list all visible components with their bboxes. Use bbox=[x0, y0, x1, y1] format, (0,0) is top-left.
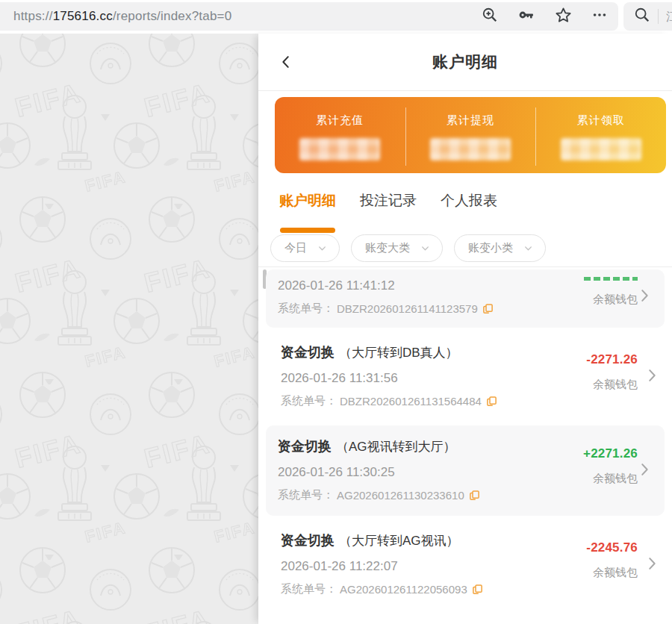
transaction-title: 资金切换（大厅转到DB真人） bbox=[281, 343, 556, 361]
transaction-amount: -2271.26 bbox=[586, 352, 638, 367]
transaction-type: 资金切换 bbox=[278, 439, 332, 454]
transaction-row[interactable]: 资金切换（大厅转到AG视讯） 2026-01-26 11:22:07 系统单号：… bbox=[258, 518, 672, 611]
wallet-type: 余额钱包 bbox=[593, 566, 638, 580]
transaction-row[interactable]: 2026-01-26 11:41:12 系统单号：DBZR20260126114… bbox=[266, 269, 665, 328]
password-key-icon[interactable] bbox=[517, 6, 535, 27]
filter-label: 今日 bbox=[284, 241, 307, 255]
copy-icon[interactable] bbox=[486, 396, 497, 407]
transaction-datetime: 2026-01-26 11:31:56 bbox=[281, 371, 556, 386]
summary-column: 累计提现 bbox=[405, 97, 536, 173]
tab-label: 账户明细 bbox=[279, 193, 336, 208]
wallet-type: 余额钱包 bbox=[593, 472, 638, 486]
blurred-amount bbox=[430, 138, 511, 160]
divider bbox=[658, 9, 659, 24]
filter-label: 账变大类 bbox=[365, 241, 410, 255]
transaction-detail: （AG视讯转到大厅） bbox=[336, 440, 456, 454]
transaction-detail: （大厅转到DB真人） bbox=[339, 346, 458, 360]
summary-card: 累计充值 累计提现 累计领取 bbox=[275, 97, 666, 173]
zoom-in-icon[interactable] bbox=[482, 7, 498, 26]
clipped-amount-remnant bbox=[584, 277, 638, 281]
wallet-type: 余额钱包 bbox=[593, 378, 638, 392]
transaction-datetime: 2026-01-26 11:30:25 bbox=[278, 465, 556, 480]
transaction-row[interactable]: 资金切换（大厅转到DB真人） 2026-01-26 11:31:56 系统单号：… bbox=[258, 330, 672, 423]
copy-icon[interactable] bbox=[482, 303, 494, 314]
tab[interactable]: 投注记录 bbox=[360, 191, 417, 233]
transaction-datetime: 2026-01-26 11:41:12 bbox=[278, 278, 556, 293]
filter-dropdown[interactable]: 今日 bbox=[270, 234, 340, 262]
summary-label: 累计领取 bbox=[577, 113, 625, 128]
find-hint-text: 江 bbox=[666, 10, 672, 24]
search-icon[interactable] bbox=[634, 7, 650, 26]
tab-label: 投注记录 bbox=[360, 193, 417, 208]
tab-label: 个人报表 bbox=[441, 193, 497, 208]
order-label: 系统单号： bbox=[281, 394, 337, 408]
summary-label: 累计充值 bbox=[316, 113, 364, 128]
transaction-list: 2026-01-26 11:41:12 系统单号：DBZR20260126114… bbox=[258, 266, 672, 611]
transaction-datetime: 2026-01-26 11:22:07 bbox=[281, 559, 556, 574]
order-number: AG202601261122056093 bbox=[340, 583, 467, 596]
report-tabs: 账户明细 投注记录 个人报表 bbox=[258, 173, 672, 233]
chevron-down-icon bbox=[523, 243, 533, 253]
active-tab-underline bbox=[280, 228, 335, 233]
copy-icon[interactable] bbox=[469, 490, 480, 501]
chevron-right-icon[interactable] bbox=[644, 554, 660, 576]
url-text[interactable]: https://175616.cc/reports/index?tab=0 bbox=[13, 9, 231, 24]
wallet-type: 余额钱包 bbox=[593, 293, 638, 307]
order-line: 系统单号：DBZR202601261141123579 bbox=[278, 302, 556, 316]
bookmark-star-icon[interactable] bbox=[555, 7, 572, 27]
chevron-down-icon bbox=[420, 243, 430, 253]
tab[interactable]: 个人报表 bbox=[441, 191, 497, 233]
order-line: 系统单号：DBZR202601261131564484 bbox=[281, 394, 556, 408]
transaction-amount: -2245.76 bbox=[586, 540, 638, 555]
order-label: 系统单号： bbox=[278, 488, 334, 502]
order-line: 系统单号：AG202601261122056093 bbox=[281, 582, 556, 596]
chevron-right-icon[interactable] bbox=[636, 460, 653, 482]
order-number: DBZR202601261131564484 bbox=[340, 395, 482, 408]
summary-label: 累计提现 bbox=[447, 113, 494, 128]
page-header: 账户明细 bbox=[258, 34, 672, 91]
order-label: 系统单号： bbox=[281, 582, 337, 596]
transaction-type: 资金切换 bbox=[281, 533, 335, 548]
order-line: 系统单号：AG202601261130233610 bbox=[278, 488, 556, 502]
filter-dropdown[interactable]: 账变小类 bbox=[454, 234, 546, 262]
filter-row: 今日 账变大类 账变小类 bbox=[258, 233, 672, 263]
tab[interactable]: 账户明细 bbox=[279, 191, 336, 233]
summary-column: 累计充值 bbox=[275, 97, 405, 173]
order-label: 系统单号： bbox=[278, 302, 334, 316]
transaction-title: 资金切换（AG视讯转到大厅） bbox=[278, 437, 556, 455]
blurred-amount bbox=[299, 138, 380, 160]
browser-topbar: https://175616.cc/reports/index?tab=0 江 bbox=[0, 0, 672, 34]
transaction-detail: （大厅转到AG视讯） bbox=[339, 534, 459, 548]
order-number: AG202601261130233610 bbox=[337, 489, 464, 502]
chevron-right-icon[interactable] bbox=[644, 366, 660, 388]
copy-icon[interactable] bbox=[472, 584, 483, 595]
transaction-amount: +2271.26 bbox=[583, 446, 638, 461]
chevron-down-icon bbox=[317, 243, 327, 253]
filter-label: 账变小类 bbox=[468, 241, 513, 255]
transaction-row[interactable]: 资金切换（AG视讯转到大厅） 2026-01-26 11:30:25 系统单号：… bbox=[266, 425, 665, 516]
summary-column: 累计领取 bbox=[535, 97, 666, 173]
page-title: 账户明细 bbox=[432, 52, 498, 72]
transaction-title: 资金切换（大厅转到AG视讯） bbox=[281, 531, 556, 549]
chevron-right-icon[interactable] bbox=[636, 286, 653, 308]
transaction-type: 资金切换 bbox=[281, 345, 335, 360]
report-panel: 账户明细 累计充值 累计提现 累计领取 账户明细 投注记录 个人报表 今日 账变… bbox=[258, 34, 672, 624]
find-search-box[interactable]: 江 bbox=[623, 2, 672, 31]
blurred-amount bbox=[561, 138, 641, 160]
fifa-watermark-background: FIFA FIFA bbox=[0, 34, 258, 624]
more-menu-icon[interactable] bbox=[591, 7, 608, 26]
order-number: DBZR202601261141123579 bbox=[337, 302, 478, 315]
back-button[interactable] bbox=[275, 51, 297, 73]
address-bar[interactable]: https://175616.cc/reports/index?tab=0 bbox=[0, 2, 618, 31]
filter-dropdown[interactable]: 账变大类 bbox=[351, 234, 443, 262]
